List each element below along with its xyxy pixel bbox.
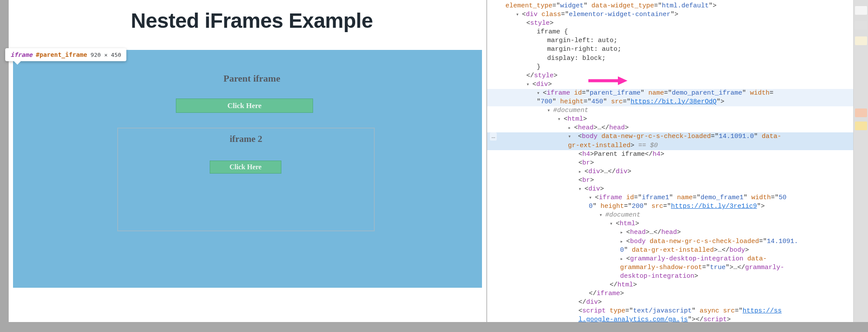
child-iframe-heading: iframe 2 <box>117 134 375 145</box>
dom-line[interactable]: </iframe> <box>487 289 868 298</box>
dom-line[interactable]: <h4>Parent iframe</h4> <box>487 150 868 159</box>
dom-line[interactable]: <div class="elementor-widget-container"> <box>487 10 868 19</box>
dom-line: margin-left: auto; <box>487 36 868 45</box>
dom-line[interactable]: </style> <box>487 72 868 80</box>
dom-line[interactable]: 0" height="200" src="https://bit.ly/3re1… <box>487 202 868 211</box>
dom-line[interactable]: grammarly-shadow-root="true">…</grammarl… <box>487 263 868 272</box>
dom-line[interactable]: #document <box>487 211 868 220</box>
dom-line[interactable]: <grammarly-desktop-integration data- <box>487 255 868 263</box>
gutter-chip <box>855 21 867 30</box>
child-iframe-button[interactable]: Click Here <box>210 161 281 174</box>
devtools-gutter <box>853 0 868 322</box>
dom-tree[interactable]: element_type="widget" data-widget_type="… <box>487 0 868 322</box>
gutter-chip <box>855 108 867 117</box>
dom-line-body-selected[interactable]: … <body data-new-gr-c-s-check-loaded="14… <box>487 132 868 141</box>
dom-line-selected-iframe[interactable]: <iframe id="parent_iframe" name="demo_pa… <box>487 89 868 98</box>
dom-line[interactable]: <html> <box>487 115 868 124</box>
dom-line: margin-right: auto; <box>487 45 868 54</box>
parent-iframe-heading: Parent iframe <box>9 73 495 84</box>
dom-line[interactable]: </div> <box>487 298 868 307</box>
dom-line[interactable]: 0" data-gr-ext-installed>…</body> <box>487 246 868 255</box>
gutter-chip <box>855 6 867 15</box>
dom-line[interactable]: <head>…</head> <box>487 228 868 237</box>
parent-iframe-button[interactable]: Click Here <box>176 99 313 113</box>
ellipsis-badge: … <box>490 132 497 141</box>
dom-line[interactable]: <div> <box>487 80 868 89</box>
dom-line[interactable]: </html> <box>487 281 868 289</box>
dom-line[interactable]: <head>…</head> <box>487 124 868 132</box>
dom-line: display: block; <box>487 54 868 63</box>
tooltip-tag: iframe <box>10 51 33 58</box>
page-title: Nested iFrames Example <box>9 9 495 33</box>
element-inspect-tooltip: iframe#parent_iframe 920 × 450 <box>5 48 126 61</box>
dom-line[interactable]: "700" height="450" src="https://bit.ly/3… <box>487 98 868 106</box>
dom-line[interactable]: <html> <box>487 220 868 228</box>
tooltip-id: #parent_iframe <box>36 51 87 58</box>
gutter-chip <box>855 122 867 130</box>
dom-line[interactable]: l.google-analytics.com/ga.js"></script> <box>487 316 868 322</box>
dom-line: iframe { <box>487 28 868 36</box>
dom-line[interactable]: <style> <box>487 19 868 28</box>
dom-line: } <box>487 63 868 72</box>
devtools-elements-panel[interactable]: element_type="widget" data-widget_type="… <box>486 0 868 322</box>
dom-line[interactable]: <div> <box>487 185 868 194</box>
dom-line[interactable]: <div>…</div> <box>487 168 868 176</box>
dom-line[interactable]: desktop-integration> <box>487 272 868 281</box>
dom-line[interactable]: <script type="text/javascript" async src… <box>487 307 868 316</box>
dom-line[interactable]: <br> <box>487 176 868 185</box>
tooltip-dimensions: 920 × 450 <box>91 52 121 58</box>
dom-line[interactable]: <body data-new-gr-c-s-check-loaded="14.1… <box>487 237 868 246</box>
dom-line[interactable]: <br> <box>487 159 868 168</box>
dom-line[interactable]: <iframe id="iframe1" name="demo_frame1" … <box>487 194 868 202</box>
dom-line[interactable]: #document <box>487 106 868 115</box>
gutter-chip <box>855 36 867 45</box>
dom-line[interactable]: element_type="widget" data-widget_type="… <box>487 2 868 10</box>
dom-line[interactable]: gr-ext-installed> == $0 <box>487 141 868 150</box>
